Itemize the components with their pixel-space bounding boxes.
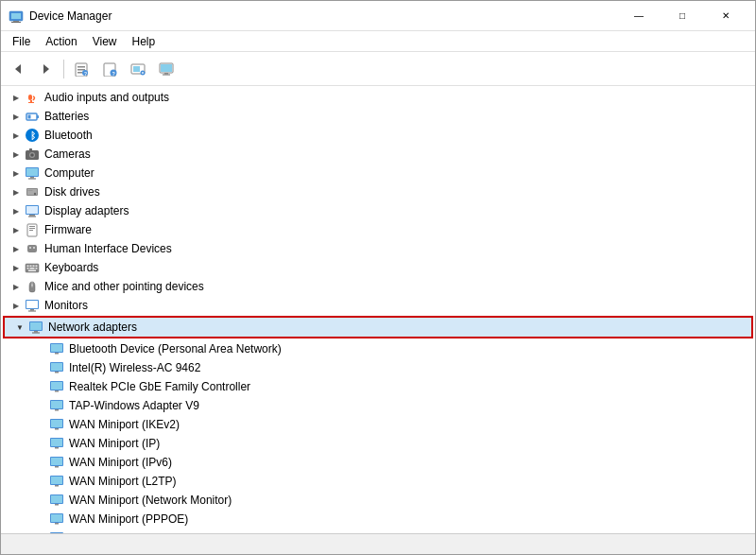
label-bluetooth: Bluetooth	[44, 129, 93, 142]
icon-network-wan-pppoe	[48, 512, 65, 527]
icon-firmware	[24, 222, 41, 237]
back-button[interactable]	[5, 56, 31, 82]
properties-button[interactable]: ?	[68, 56, 94, 82]
svg-rect-26	[28, 102, 34, 103]
toggle-network[interactable]: ▼	[12, 320, 27, 335]
tree-item-network-wan-pppoe[interactable]: WAN Miniport (PPPOE)	[1, 510, 755, 529]
minimize-button[interactable]: —	[617, 1, 661, 31]
menu-view[interactable]: View	[85, 33, 125, 50]
svg-rect-88	[55, 428, 59, 430]
toggle-hid[interactable]: ▶	[9, 241, 24, 256]
menu-file[interactable]: File	[5, 33, 38, 50]
icon-network-wan-l2tp	[48, 474, 65, 489]
tree-item-network-bt[interactable]: Bluetooth Device (Personal Area Network)	[1, 339, 755, 358]
icon-batteries	[24, 109, 41, 124]
tree-item-batteries[interactable]: ▶ Batteries	[1, 107, 755, 126]
label-firmware: Firmware	[44, 223, 92, 236]
svg-rect-76	[55, 353, 59, 355]
svg-rect-51	[29, 230, 33, 231]
maximize-button[interactable]: □	[661, 1, 704, 31]
tree-item-diskdrives[interactable]: ▶ Disk drives	[1, 182, 755, 201]
svg-rect-24	[28, 95, 32, 100]
svg-rect-58	[33, 266, 35, 268]
network-adapters-section: ▼ Network adapters	[3, 316, 753, 338]
svg-rect-63	[28, 270, 36, 272]
svg-rect-71	[30, 322, 42, 330]
svg-rect-39	[28, 179, 36, 180]
title-bar: Device Manager — □ ✕	[1, 1, 755, 31]
toggle-bluetooth[interactable]: ▶	[9, 128, 24, 143]
tree-item-network-wan-ip[interactable]: WAN Miniport (IP)	[1, 434, 755, 453]
tree-item-network[interactable]: ▼ Network adapters	[5, 318, 751, 337]
svg-rect-62	[36, 268, 38, 269]
scan-button[interactable]	[125, 56, 151, 82]
svg-rect-94	[55, 466, 59, 468]
toggle-diskdrives[interactable]: ▶	[9, 184, 24, 199]
close-button[interactable]: ✕	[704, 1, 747, 31]
svg-rect-53	[29, 247, 31, 249]
icon-network-bt	[48, 341, 65, 356]
icon-network-tap	[48, 398, 65, 413]
label-network-wan-l2tp: WAN Miniport (L2TP)	[69, 475, 177, 488]
tree-item-computer[interactable]: ▶ Computer	[1, 164, 755, 182]
icon-audio	[24, 90, 41, 105]
tree-item-network-tap[interactable]: TAP-Windows Adapter V9	[1, 396, 755, 415]
tree-item-display[interactable]: ▶ Display adapters	[1, 201, 755, 220]
svg-rect-50	[29, 228, 35, 229]
icon-network	[27, 320, 44, 335]
svg-rect-72	[34, 331, 38, 333]
monitor-button[interactable]	[153, 56, 180, 82]
help-button[interactable]: ?	[96, 56, 123, 82]
tree-item-audio[interactable]: ▶ Audio inputs and outputs	[1, 88, 755, 107]
toggle-audio[interactable]: ▶	[9, 90, 24, 105]
tree-item-network-wan-ipv6[interactable]: WAN Miniport (IPv6)	[1, 453, 755, 472]
svg-rect-16	[133, 66, 140, 72]
menu-action[interactable]: Action	[38, 33, 84, 50]
toggle-keyboards[interactable]: ▶	[9, 260, 24, 275]
svg-rect-22	[164, 73, 168, 75]
label-mice: Mice and other pointing devices	[44, 280, 204, 293]
svg-rect-78	[51, 363, 62, 371]
label-network-realtek: Realtek PCIe GbE Family Controller	[69, 380, 250, 393]
svg-rect-21	[161, 64, 172, 72]
toggle-display[interactable]: ▶	[9, 203, 24, 218]
tree-item-network-wan-nm[interactable]: WAN Miniport (Network Monitor)	[1, 491, 755, 510]
toggle-mice[interactable]: ▶	[9, 279, 24, 294]
label-cameras: Cameras	[44, 147, 91, 161]
label-network-wan-ip: WAN Miniport (IP)	[69, 437, 160, 450]
tree-item-monitors[interactable]: ▶ Monitors	[1, 296, 755, 315]
svg-rect-75	[51, 344, 62, 352]
tree-item-network-realtek[interactable]: Realtek PCIe GbE Family Controller	[1, 377, 755, 396]
tree-item-bluetooth[interactable]: ▶ ᛒ Bluetooth	[1, 126, 755, 145]
svg-rect-28	[37, 115, 39, 118]
tree-item-keyboards[interactable]: ▶ Keyboards	[1, 258, 755, 277]
toggle-cameras[interactable]: ▶	[9, 147, 24, 162]
device-tree[interactable]: ▶ Audio inputs and outputs ▶	[1, 86, 755, 533]
tree-item-firmware[interactable]: ▶ Firmware	[1, 220, 755, 239]
svg-rect-29	[28, 115, 31, 119]
toggle-batteries[interactable]: ▶	[9, 109, 24, 124]
svg-rect-100	[55, 504, 59, 506]
tree-item-mice[interactable]: ▶ Mice and other pointing devices	[1, 277, 755, 296]
window-controls: — □ ✕	[617, 1, 747, 31]
tree-item-network-wan-ikev2[interactable]: WAN Miniport (IKEv2)	[1, 415, 755, 434]
svg-rect-57	[30, 266, 32, 268]
toggle-firmware[interactable]: ▶	[9, 222, 24, 237]
tree-item-cameras[interactable]: ▶ Cameras	[1, 145, 755, 164]
toggle-computer[interactable]: ▶	[9, 165, 24, 181]
svg-rect-1	[11, 13, 21, 19]
svg-rect-97	[55, 485, 59, 487]
menu-help[interactable]: Help	[125, 33, 163, 50]
tree-item-network-wan-l2tp[interactable]: WAN Miniport (L2TP)	[1, 472, 755, 491]
tree-item-hid[interactable]: ▶ Human Interface Devices	[1, 239, 755, 258]
toolbar-separator-1	[63, 60, 64, 78]
svg-point-42	[34, 193, 36, 195]
icon-display	[24, 203, 41, 218]
svg-rect-103	[55, 523, 59, 525]
menu-bar: File Action View Help	[1, 31, 755, 52]
label-keyboards: Keyboards	[44, 261, 98, 274]
forward-button[interactable]	[33, 56, 60, 82]
tree-item-network-intel[interactable]: Intel(R) Wireless-AC 9462	[1, 358, 755, 377]
svg-rect-60	[27, 268, 29, 269]
toggle-monitors[interactable]: ▶	[9, 298, 24, 313]
